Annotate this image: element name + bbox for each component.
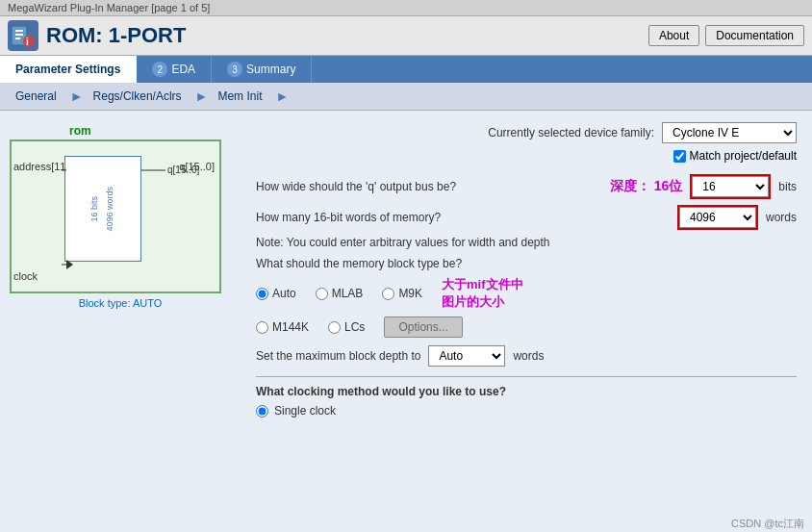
match-row: Match project/default (256, 149, 797, 163)
radio-m9k-label: M9K (398, 287, 422, 300)
clocking-question: What clocking method would you like to u… (256, 385, 797, 398)
settings-panel: Currently selected device family: Cyclon… (241, 111, 812, 532)
words-select[interactable]: 4096 256 1024 2048 8192 (679, 207, 756, 228)
tab-parameter-label: Parameter Settings (15, 63, 120, 76)
main-content: rom address[11..0] 16 bits 4096 words q[… (0, 111, 812, 532)
depth-label: Set the maximum block depth to (256, 349, 420, 363)
radio-lcs-input[interactable] (328, 321, 341, 334)
radio-auto-label: Auto (272, 287, 296, 300)
diagram-panel: rom address[11..0] 16 bits 4096 words q[… (0, 111, 241, 532)
width-row: How wide should the 'q' output bus be? 深… (256, 174, 797, 199)
about-button[interactable]: About (648, 25, 699, 46)
block-annotation: 大于mif文件中图片的大小 (442, 276, 523, 311)
radio-m144k-input[interactable] (256, 321, 268, 334)
width-label: How wide should the 'q' output bus be? (256, 180, 602, 193)
app-icon: i (8, 20, 38, 51)
width-select-box: 16 8 32 (690, 174, 771, 199)
tabs-row: Parameter Settings 2 EDA 3 Summary (0, 56, 812, 83)
svg-point-4 (23, 36, 35, 47)
match-checkbox[interactable] (673, 150, 686, 163)
tab-eda-label: EDA (171, 63, 195, 76)
svg-rect-1 (15, 30, 23, 32)
super-title-bar: MegaWizard Plug-In Manager [page 1 of 5] (0, 0, 812, 16)
tab-summary[interactable]: 3 Summary (212, 56, 312, 83)
radio-auto-input[interactable] (256, 288, 268, 300)
note-text: Note: You could enter arbitrary values f… (256, 236, 797, 249)
options-button[interactable]: Options... (384, 317, 462, 338)
watermark: CSDN @tc江南 (731, 517, 804, 531)
rom-inner-box: 16 bits 4096 words (64, 156, 141, 262)
clock-row: Single clock (256, 404, 797, 418)
width-select[interactable]: 16 8 32 (692, 176, 769, 197)
radio-auto[interactable]: Auto (256, 287, 296, 300)
radio-mlab-input[interactable] (316, 288, 328, 300)
rom-diagram: rom address[11..0] 16 bits 4096 words q[… (10, 139, 221, 293)
radio-m144k-label: M144K (272, 320, 309, 334)
page-title: ROM: 1-PORT (46, 23, 186, 48)
block-type-radios-row1: Auto MLAB M9K 大于mif文件中图片的大小 (256, 276, 797, 311)
clock-port: clock (13, 270, 38, 282)
depth-select[interactable]: Auto 256 512 1024 2048 4096 (428, 345, 505, 367)
svg-rect-2 (15, 34, 23, 36)
title-left: i ROM: 1-PORT (8, 20, 186, 51)
width-unit: bits (778, 180, 797, 193)
tab-summary-label: Summary (246, 63, 295, 76)
block-type-label: Block type: AUTO (10, 297, 231, 309)
breadcrumb-arrow-1: ► (70, 89, 84, 104)
title-bar: i ROM: 1-PORT About Documentation (0, 16, 812, 56)
documentation-button[interactable]: Documentation (705, 25, 804, 46)
breadcrumb-mem-init[interactable]: Mem Init (210, 87, 273, 106)
device-family-label: Currently selected device family: (488, 126, 654, 139)
breadcrumb: General ► Regs/Clken/Aclrs ► Mem Init ► (0, 83, 812, 111)
rom-label: rom (69, 124, 91, 138)
inner-text-bits: 16 bits (89, 196, 101, 222)
words-row: How many 16-bit words of memory? 4096 25… (256, 205, 797, 230)
tab-summary-num: 3 (227, 62, 242, 77)
clock-single-label: Single clock (274, 404, 336, 418)
section-divider (256, 376, 797, 377)
radio-m9k[interactable]: M9K (382, 287, 422, 300)
breadcrumb-general[interactable]: General (8, 87, 68, 106)
breadcrumb-regs[interactable]: Regs/Clken/Aclrs (86, 87, 193, 106)
svg-text:i: i (26, 37, 29, 47)
block-type-radios-row2: M144K LCs Options... (256, 317, 797, 338)
words-select-box: 4096 256 1024 2048 8192 (677, 205, 758, 230)
breadcrumb-arrow-3: ► (275, 89, 289, 104)
depth-unit: words (513, 349, 544, 363)
radio-m9k-input[interactable] (382, 288, 394, 300)
device-family-select[interactable]: Cyclone IV E (662, 122, 797, 143)
radio-m144k[interactable]: M144K (256, 320, 309, 334)
radio-mlab[interactable]: MLAB (316, 287, 364, 300)
radio-lcs-label: LCs (344, 320, 365, 334)
inner-text-words: 4096 words (105, 187, 116, 232)
depth-row: Set the maximum block depth to Auto 256 … (256, 345, 797, 367)
svg-rect-3 (15, 38, 20, 39)
words-label: How many 16-bit words of memory? (256, 211, 670, 224)
tab-eda-num: 2 (152, 62, 167, 77)
radio-mlab-label: MLAB (332, 287, 364, 300)
tab-parameter-settings[interactable]: Parameter Settings (0, 56, 137, 83)
breadcrumb-arrow-2: ► (195, 89, 209, 104)
device-family-row: Currently selected device family: Cyclon… (256, 122, 797, 143)
super-title-text: MegaWizard Plug-In Manager [page 1 of 5] (8, 2, 210, 13)
q-port: q[15..0] (179, 161, 215, 172)
title-buttons: About Documentation (648, 25, 804, 46)
match-label: Match project/default (690, 149, 797, 163)
clock-single-radio[interactable] (256, 405, 268, 418)
radio-lcs[interactable]: LCs (328, 320, 365, 334)
block-type-question: What should the memory block type be? (256, 257, 797, 270)
words-unit: words (766, 211, 797, 224)
width-annotation: 深度： 16位 (610, 178, 682, 195)
tab-eda[interactable]: 2 EDA (137, 56, 212, 83)
